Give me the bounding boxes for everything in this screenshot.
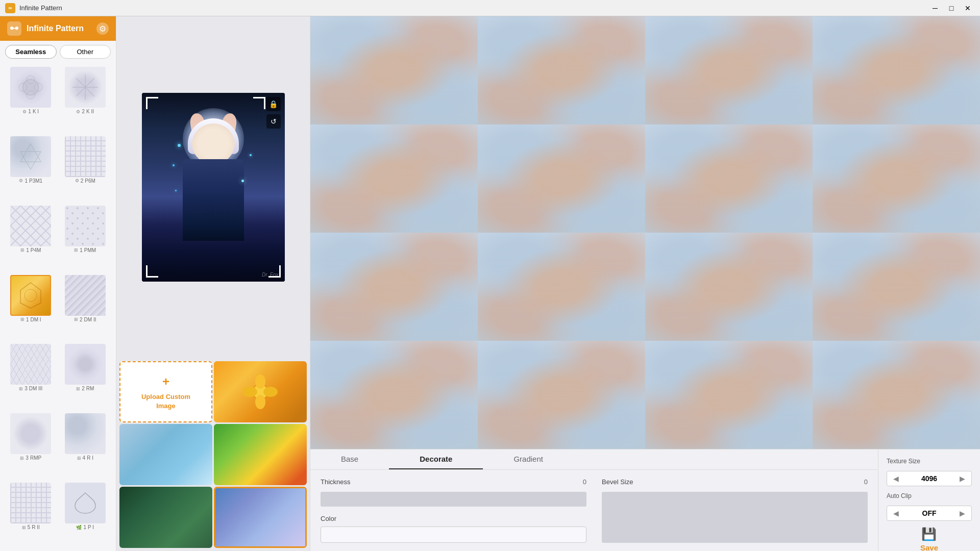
pattern-item-rii[interactable]: ⊞ 5 R II [4, 481, 58, 549]
tab-gradient[interactable]: Gradient [483, 449, 574, 469]
pattern-thumb-p4m [10, 206, 51, 246]
center-panel: Dr. Fox 🔒 ↺ + Upload Custom Image [116, 16, 310, 551]
pattern-thumb-pmm [65, 206, 106, 246]
left-sidebar: Infinite Pattern ⚙ Seamless Other [0, 16, 116, 551]
tile-8 [813, 124, 980, 233]
pattern-item-k1[interactable]: ⚙ 1 K I [4, 65, 58, 133]
minimize-button[interactable]: ─ [928, 3, 942, 14]
plus-icon: + [162, 373, 169, 390]
pattern-item-p4m[interactable]: ⊞ 1 P4M [4, 204, 58, 272]
pattern-label-rm: ⊞ 2 RM [76, 386, 94, 391]
pattern-name-rii: R II [32, 524, 40, 530]
tab-base[interactable]: Base [310, 449, 389, 469]
save-button[interactable]: 💾 Save [920, 527, 938, 551]
tile-11 [645, 233, 813, 341]
restore-button[interactable]: □ [944, 3, 959, 14]
tile-5 [310, 124, 478, 233]
close-button[interactable]: ✕ [961, 3, 975, 14]
pattern-name-ri: R I [87, 455, 93, 461]
right-controls: Texture Size ◀ 4096 ▶ Auto Clip ◀ OFF ▶ … [878, 449, 980, 551]
bottom-panel: Base Decorate Gradient Thickness 0 [310, 449, 980, 551]
pattern-item-p3m1[interactable]: ⚙ 1 P3M1 [4, 134, 58, 203]
save-icon: 💾 [921, 527, 937, 541]
pattern-label-rii: ⊞ 5 R II [22, 524, 40, 530]
thumbnail-leaves[interactable] [214, 424, 307, 485]
pattern-preview-dm1 [13, 278, 48, 313]
tile-14 [478, 341, 645, 449]
sidebar-logo [7, 21, 21, 36]
pattern-name-rmp: RMP [30, 455, 41, 461]
pattern-label-dm2: ⊞ 2 DM II [74, 317, 96, 322]
texture-size-increase[interactable]: ▶ [958, 473, 967, 484]
preview-area: Dr. Fox 🔒 ↺ [116, 16, 310, 358]
settings-gear-icon[interactable]: ⚙ [96, 22, 109, 35]
tile-3 [645, 16, 813, 124]
thickness-slider[interactable] [321, 492, 586, 507]
pattern-name-rm: RM [86, 386, 94, 391]
crop-handle-tr[interactable] [253, 97, 265, 109]
pattern-item-dm3[interactable]: ⊞ 3 DM III [4, 342, 58, 410]
pattern-label-pmm: ⊞ 1 PMM [74, 247, 96, 253]
auto-clip-value: OFF [922, 509, 937, 517]
thickness-value: 0 [583, 478, 586, 486]
texture-size-label: Texture Size [887, 458, 972, 465]
pattern-preview-pi [72, 490, 98, 516]
thumbnail-anime-selected[interactable] [214, 487, 307, 548]
tab-other[interactable]: Other [60, 45, 111, 59]
color-swatch[interactable] [321, 527, 586, 543]
pattern-item-ri[interactable]: ⊞ 4 R I [59, 411, 112, 480]
crop-handle-br[interactable] [268, 265, 281, 278]
pattern-thumb-rm [65, 344, 106, 385]
pattern-thumb-dm3 [10, 344, 51, 385]
rotate-icon[interactable]: ↺ [266, 114, 281, 129]
pattern-thumb-k2 [65, 67, 106, 108]
pattern-item-dm1[interactable]: ⊞ 1 DM I [4, 273, 58, 341]
pattern-preview-canvas [310, 16, 980, 449]
auto-clip-decrease[interactable]: ◀ [891, 508, 901, 518]
pattern-item-p6m[interactable]: ⚙ 2 P6M [59, 134, 112, 203]
tile-15 [645, 341, 813, 449]
texture-size-stepper: ◀ 4096 ▶ [887, 471, 972, 486]
pattern-item-rm[interactable]: ⊞ 2 RM [59, 342, 112, 410]
thickness-control: Thickness 0 Color [321, 478, 586, 543]
pattern-item-dm2[interactable]: ⊞ 2 DM II [59, 273, 112, 341]
app-logo-small: ∞ [5, 3, 15, 13]
tab-seamless[interactable]: Seamless [5, 45, 57, 59]
pattern-preview-k2 [67, 69, 103, 105]
pattern-label-rmp: ⊞ 3 RMP [20, 455, 41, 461]
lock-icon[interactable]: 🔒 [266, 97, 281, 111]
thumbnail-flowers[interactable] [214, 361, 307, 422]
pattern-item-pmm[interactable]: ⊞ 1 PMM [59, 204, 112, 272]
thumbnail-forest[interactable] [119, 487, 212, 548]
tile-1 [310, 16, 478, 124]
bevel-row: Bevel Size 0 [602, 478, 868, 486]
upload-custom-image-button[interactable]: + Upload Custom Image [119, 361, 212, 422]
tile-2 [478, 16, 645, 124]
tab-decorate[interactable]: Decorate [389, 449, 483, 469]
svg-point-0 [23, 80, 38, 95]
app-container: Infinite Pattern ⚙ Seamless Other [0, 16, 980, 551]
bevel-slider[interactable] [602, 492, 868, 543]
controls-area: Thickness 0 Color [310, 470, 878, 551]
pattern-name-dm3: DM III [29, 386, 43, 391]
pattern-grid: ⚙ 1 K I ⚙ 2 K II [0, 63, 116, 551]
tile-4 [813, 16, 980, 124]
crop-handle-bl[interactable] [146, 265, 158, 278]
svg-point-11 [24, 289, 37, 302]
pattern-tabs: Seamless Other [0, 41, 116, 63]
pattern-item-pi[interactable]: 🌿 1 P I [59, 481, 112, 549]
svg-marker-9 [20, 144, 41, 162]
bottom-tabs-area: Base Decorate Gradient Thickness 0 [310, 449, 878, 551]
auto-clip-increase[interactable]: ▶ [958, 508, 967, 518]
pattern-label-pi: 🌿 1 P I [76, 524, 94, 530]
pattern-label-p3m1: ⚙ 1 P3M1 [19, 178, 42, 184]
pattern-num-k1: 1 [28, 109, 31, 114]
thickness-row: Thickness 0 [321, 478, 586, 486]
crop-handle-tl[interactable] [146, 97, 158, 109]
texture-size-decrease[interactable]: ◀ [891, 473, 901, 484]
pattern-item-k2[interactable]: ⚙ 2 K II [59, 65, 112, 133]
pattern-item-rmp[interactable]: ⊞ 3 RMP [4, 411, 58, 480]
pattern-name-pmm: PMM [84, 247, 96, 253]
thumbnail-girl[interactable] [119, 424, 212, 485]
pattern-thumb-p6m [65, 136, 106, 177]
